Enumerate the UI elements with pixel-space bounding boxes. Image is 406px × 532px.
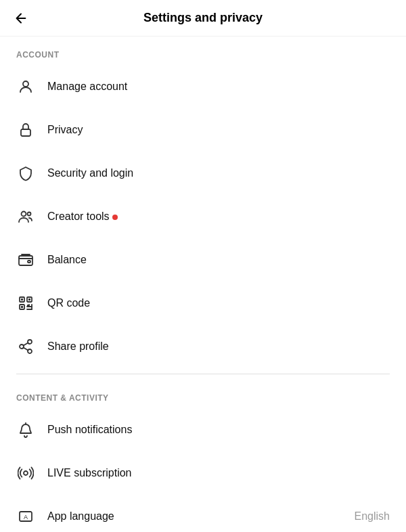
menu-item-creator-tools[interactable]: Creator tools [0, 195, 406, 238]
svg-rect-5 [28, 261, 30, 263]
svg-point-2 [22, 212, 26, 217]
section-label-content-activity: CONTENT & ACTIVITY [0, 380, 406, 408]
language-icon: A [16, 507, 35, 526]
lock-icon [16, 120, 35, 139]
menu-label-push-notifications: Push notifications [47, 424, 390, 436]
svg-point-0 [23, 81, 28, 87]
menu-item-manage-account[interactable]: Manage account [0, 65, 406, 108]
shield-icon [16, 164, 35, 183]
svg-rect-10 [28, 298, 30, 301]
menu-label-qr-code: QR code [47, 297, 390, 309]
menu-label-manage-account: Manage account [47, 81, 390, 93]
creator-icon [16, 207, 35, 226]
menu-label-privacy: Privacy [47, 124, 390, 136]
menu-label-share-profile: Share profile [47, 340, 390, 353]
svg-rect-1 [21, 129, 30, 136]
menu-item-qr-code[interactable]: QR code [0, 282, 406, 325]
menu-label-security-login: Security and login [47, 167, 390, 179]
menu-label-app-language: App language [47, 510, 355, 523]
live-icon [16, 464, 35, 483]
section-label-account: ACCOUNT [0, 37, 406, 65]
svg-point-13 [20, 345, 24, 349]
svg-point-14 [28, 349, 32, 353]
svg-point-12 [28, 340, 32, 344]
svg-text:A: A [24, 514, 28, 520]
menu-item-balance[interactable]: Balance [0, 238, 406, 282]
wallet-icon [16, 250, 35, 269]
menu-item-app-language[interactable]: AApp languageEnglish [0, 495, 406, 532]
svg-rect-11 [21, 306, 23, 308]
menu-label-balance: Balance [47, 254, 390, 266]
menu-item-security-login[interactable]: Security and login [0, 152, 406, 195]
menu-label-creator-tools: Creator tools [47, 210, 390, 223]
bell-icon [16, 420, 35, 439]
header: Settings and privacy [0, 0, 406, 37]
menu-item-share-profile[interactable]: Share profile [0, 325, 406, 368]
back-button[interactable] [14, 11, 28, 26]
menu-value-app-language: English [355, 510, 390, 523]
section-divider [16, 374, 390, 374]
menu-item-privacy[interactable]: Privacy [0, 108, 406, 152]
svg-point-3 [28, 213, 31, 216]
menu-label-live-subscription: LIVE subscription [47, 467, 390, 479]
menu-item-live-subscription[interactable]: LIVE subscription [0, 451, 406, 495]
menu-item-push-notifications[interactable]: Push notifications [0, 408, 406, 451]
person-icon [16, 77, 35, 96]
page-title: Settings and privacy [143, 11, 263, 25]
share-icon [16, 337, 35, 356]
svg-point-16 [24, 471, 28, 475]
qr-icon [16, 294, 35, 313]
notification-dot [112, 215, 118, 220]
svg-rect-9 [21, 298, 23, 301]
